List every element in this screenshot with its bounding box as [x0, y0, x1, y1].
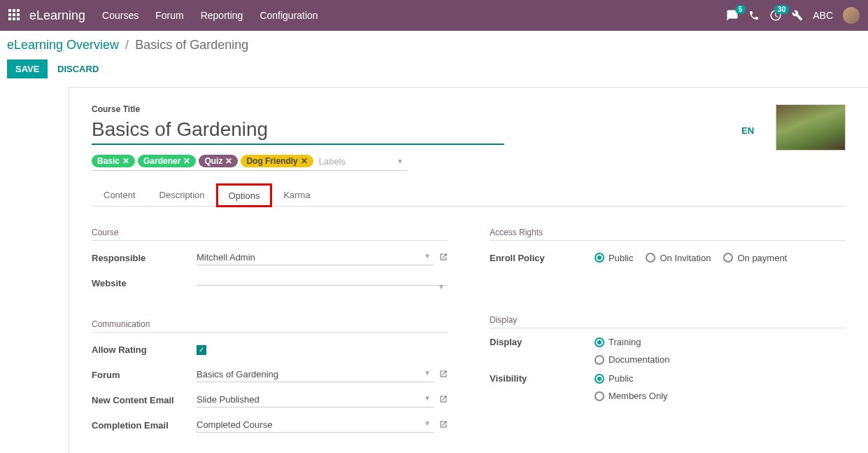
allow-rating-label: Allow Rating	[92, 344, 197, 355]
external-link-icon[interactable]	[439, 395, 448, 405]
discard-button[interactable]: DISCARD	[57, 64, 99, 74]
external-link-icon[interactable]	[439, 370, 448, 380]
nav-reporting[interactable]: Reporting	[201, 10, 243, 21]
chat-badge: 5	[735, 5, 746, 14]
website-label: Website	[92, 278, 197, 288]
activity-badge: 30	[774, 5, 789, 14]
forum-field[interactable]: Basics of Gardening▼	[197, 367, 434, 382]
display-training[interactable]: Training	[595, 337, 641, 347]
user-avatar[interactable]	[843, 7, 860, 24]
chevron-down-icon[interactable]: ▼	[424, 419, 431, 427]
close-icon[interactable]: ✕	[301, 156, 308, 166]
chevron-down-icon[interactable]: ▼	[438, 283, 445, 291]
brand-title[interactable]: eLearning	[29, 8, 85, 23]
chevron-down-icon[interactable]: ▼	[397, 158, 404, 165]
visibility-public[interactable]: Public	[595, 373, 633, 384]
close-icon[interactable]: ✕	[225, 156, 232, 166]
enroll-public[interactable]: Public	[595, 253, 633, 263]
lang-button[interactable]: EN	[741, 125, 754, 136]
save-button[interactable]: SAVE	[7, 60, 48, 78]
apps-icon[interactable]	[8, 9, 21, 22]
section-access-rights: Access Rights	[490, 228, 846, 241]
section-course: Course	[92, 228, 448, 241]
chevron-down-icon[interactable]: ▼	[424, 252, 431, 260]
user-menu[interactable]: ABC	[813, 10, 833, 21]
tab-karma[interactable]: Karma	[271, 183, 322, 206]
breadcrumb-root[interactable]: eLearning Overview	[7, 38, 119, 52]
tag-basic[interactable]: Basic✕	[92, 155, 135, 167]
tabs: Content Description Options Karma	[92, 183, 846, 207]
course-title-label: Course Title	[92, 104, 734, 114]
top-navbar: eLearning Courses Forum Reporting Config…	[0, 0, 868, 31]
tags-placeholder: Labels	[319, 156, 346, 167]
new-content-email-field[interactable]: Slide Published▼	[197, 392, 434, 407]
control-panel: eLearning Overview / Basics of Gardening…	[0, 31, 868, 87]
tags-field[interactable]: Basic✕ Gardener✕ Quiz✕ Dog Friendly✕ Lab…	[92, 155, 406, 171]
form-sheet: Course Title Basic✕ Gardener✕ Quiz✕ Dog …	[69, 87, 868, 453]
breadcrumb-current: Basics of Gardening	[135, 38, 248, 52]
chevron-down-icon[interactable]: ▼	[424, 369, 431, 377]
responsible-label: Responsible	[92, 253, 197, 263]
enroll-policy-radios: Public On Invitation On payment	[595, 253, 787, 263]
visibility-radios: Public Members Only	[595, 373, 668, 401]
external-link-icon[interactable]	[439, 253, 448, 263]
close-icon[interactable]: ✕	[183, 156, 190, 166]
visibility-members[interactable]: Members Only	[595, 391, 668, 401]
tag-quiz[interactable]: Quiz✕	[199, 155, 238, 167]
tag-dog-friendly[interactable]: Dog Friendly✕	[241, 155, 313, 167]
display-label: Display	[490, 337, 595, 347]
tab-content[interactable]: Content	[92, 183, 148, 206]
activity-icon[interactable]: 30	[769, 9, 782, 22]
nav-courses[interactable]: Courses	[102, 10, 138, 21]
tools-icon[interactable]	[792, 10, 803, 21]
tag-gardener[interactable]: Gardener✕	[138, 155, 196, 167]
nav-configuration[interactable]: Configuration	[259, 10, 318, 21]
visibility-label: Visibility	[490, 373, 595, 384]
website-field[interactable]: ▼	[197, 281, 448, 286]
completion-email-field[interactable]: Completed Course▼	[197, 417, 434, 433]
breadcrumb: eLearning Overview / Basics of Gardening	[7, 38, 857, 53]
tab-description[interactable]: Description	[148, 183, 217, 206]
course-image[interactable]	[776, 104, 846, 151]
phone-icon[interactable]	[748, 10, 760, 21]
chevron-down-icon[interactable]: ▼	[424, 394, 431, 402]
responsible-field[interactable]: Mitchell Admin▼	[197, 250, 434, 265]
section-communication: Communication	[92, 319, 448, 333]
external-link-icon[interactable]	[439, 420, 448, 431]
enroll-invitation[interactable]: On Invitation	[646, 253, 711, 263]
course-title-input[interactable]	[92, 117, 504, 145]
nav-forum[interactable]: Forum	[155, 10, 183, 21]
display-radios: Training Documentation	[595, 337, 669, 365]
completion-email-label: Completion Email	[92, 420, 197, 431]
section-display: Display	[490, 315, 846, 328]
enroll-payment[interactable]: On payment	[723, 253, 787, 263]
enroll-policy-label: Enroll Policy	[490, 253, 595, 263]
new-content-email-label: New Content Email	[92, 395, 197, 405]
chat-icon[interactable]: 5	[726, 9, 739, 22]
close-icon[interactable]: ✕	[122, 156, 129, 166]
tab-options[interactable]: Options	[217, 184, 272, 207]
allow-rating-checkbox[interactable]: ✓	[197, 344, 206, 355]
forum-label: Forum	[92, 370, 197, 380]
display-documentation[interactable]: Documentation	[595, 354, 669, 365]
